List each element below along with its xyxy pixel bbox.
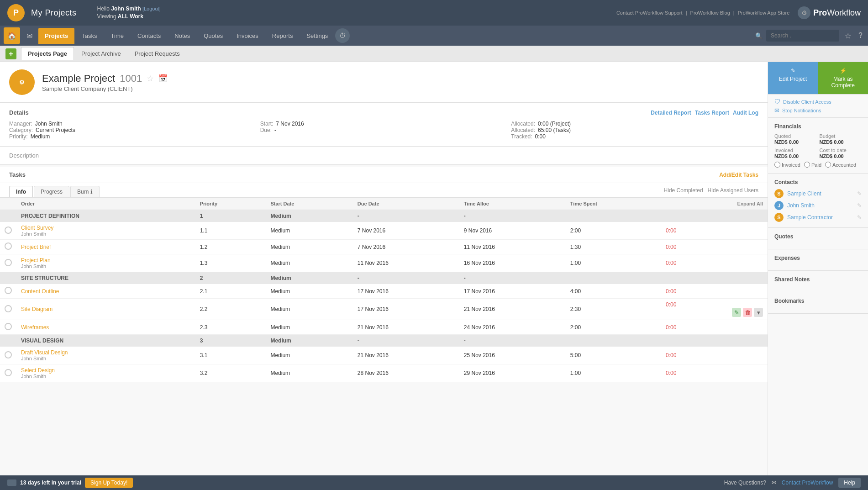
- project-title: Example Project 1001 ☆ 📅: [42, 73, 758, 84]
- fin-cost: Cost to date NZD$ 0.00: [820, 148, 862, 159]
- task-due: 9 Nov 2016: [459, 222, 566, 240]
- task-name-link[interactable]: Wireframes: [21, 324, 49, 331]
- tasks-report-link[interactable]: Tasks Report: [695, 110, 729, 116]
- contact-name-sample-client[interactable]: Sample Client: [787, 190, 853, 197]
- task-circle[interactable]: [5, 351, 12, 358]
- nav-item-reports[interactable]: Reports: [266, 28, 300, 44]
- favorites-icon[interactable]: ☆: [843, 30, 853, 42]
- blog-link[interactable]: ProWorkflow Blog: [690, 10, 730, 16]
- audit-log-link[interactable]: Audit Log: [733, 110, 758, 116]
- task-circle[interactable]: [5, 323, 12, 330]
- hide-completed-link[interactable]: Hide Completed: [664, 187, 703, 194]
- nav-right: 🔍 ☆ ?: [755, 30, 864, 42]
- group-name: VISUAL DESIGN: [16, 335, 195, 347]
- col-expand[interactable]: Expand All: [661, 198, 768, 210]
- mark-complete-button[interactable]: ⚡ Mark as Complete: [818, 62, 868, 94]
- task-circle[interactable]: [5, 305, 12, 312]
- project-header: ⚙ Example Project 1001 ☆ 📅 Sample Client…: [0, 62, 768, 103]
- contact-item-john: J John Smith ✎: [774, 201, 862, 210]
- help-button[interactable]: Help: [838, 478, 861, 488]
- nav-item-contacts[interactable]: Contacts: [131, 28, 167, 44]
- task-circle[interactable]: [5, 242, 12, 250]
- nav-item-time[interactable]: Time: [105, 28, 130, 44]
- fin-radio-paid[interactable]: Paid: [804, 162, 821, 168]
- task-name-link[interactable]: Client Survey: [21, 225, 53, 231]
- group-start: -: [353, 210, 459, 222]
- sub-nav-project-requests[interactable]: Project Requests: [128, 47, 186, 60]
- tab-burn[interactable]: Burn ℹ: [70, 186, 100, 197]
- contact-edit-sample-client[interactable]: ✎: [857, 190, 862, 197]
- nav-item-settings[interactable]: Settings: [300, 28, 334, 44]
- bookmarks-section: Bookmarks: [768, 292, 868, 314]
- project-logo-icon: ⚙: [9, 69, 35, 95]
- signup-button[interactable]: Sign Up Today!: [85, 478, 133, 488]
- calendar-icon[interactable]: 📅: [158, 74, 168, 83]
- header-right: Contact ProWorkflow Support | ProWorkflo…: [615, 6, 861, 19]
- task-circle[interactable]: [5, 287, 12, 294]
- task-name-link[interactable]: Draft Visual Design: [21, 349, 68, 356]
- task-circle[interactable]: [5, 369, 12, 376]
- tasks-title: Tasks: [9, 171, 26, 178]
- task-name-link[interactable]: Select Design: [21, 367, 55, 374]
- contact-name-sample-contractor[interactable]: Sample Contractor: [787, 214, 853, 221]
- task-name-link[interactable]: Project Plan: [21, 257, 51, 263]
- task-due: 11 Nov 2016: [459, 240, 566, 254]
- sub-nav-projects-page[interactable]: Projects Page: [21, 47, 74, 60]
- task-name-link[interactable]: Project Brief: [21, 244, 51, 250]
- task-start: 7 Nov 2016: [353, 240, 459, 254]
- task-alloc: 1:00: [566, 364, 661, 382]
- stop-notifications-link[interactable]: ✉ Stop Notifications: [774, 107, 862, 114]
- detail-manager: Manager: John Smith: [9, 121, 257, 127]
- email-nav-item[interactable]: ✉: [21, 27, 37, 44]
- shared-notes-title: Shared Notes: [774, 276, 862, 283]
- hide-assigned-users-link[interactable]: Hide Assigned Users: [708, 187, 758, 194]
- task-circle[interactable]: [5, 227, 12, 234]
- nav-item-notes[interactable]: Notes: [168, 28, 196, 44]
- bottom-bar-left: 13 days left in your trial Sign Up Today…: [7, 478, 133, 488]
- contact-edit-sample-contractor[interactable]: ✎: [857, 214, 862, 221]
- fin-radio-row: Invoiced Paid Accounted: [774, 162, 862, 168]
- financials-section: Financials Quoted NZD$ 0.00 Budget NZD$ …: [768, 118, 868, 174]
- project-title-area: Example Project 1001 ☆ 📅 Sample Client C…: [42, 73, 758, 92]
- nav-item-tasks[interactable]: Tasks: [75, 28, 103, 44]
- contact-proworkflow-link[interactable]: Contact ProWorkflow: [782, 479, 833, 486]
- logout-link[interactable]: [Logout]: [142, 6, 161, 11]
- task-delete-icon[interactable]: 🗑: [743, 308, 752, 317]
- contacts-list: S Sample Client ✎ J John Smith ✎ S Sampl…: [774, 189, 862, 222]
- tasks-section: Tasks Add/Edit Tasks Info Progress Burn …: [0, 167, 768, 382]
- logo-text: ⚙: [19, 79, 25, 86]
- contact-name-john-smith[interactable]: John Smith: [787, 202, 853, 209]
- task-more-icon[interactable]: ▾: [754, 308, 763, 317]
- task-order: 3.1: [195, 347, 266, 364]
- task-circle[interactable]: [5, 259, 12, 266]
- nav-item-invoices[interactable]: Invoices: [230, 28, 265, 44]
- add-project-button[interactable]: +: [5, 48, 16, 59]
- tab-progress[interactable]: Progress: [34, 186, 69, 197]
- group-priority: Medium: [266, 272, 352, 285]
- task-edit-icon[interactable]: ✎: [732, 308, 741, 317]
- disable-client-access-link[interactable]: 🛡 Disable Client Access: [774, 98, 862, 105]
- add-edit-tasks-link[interactable]: Add/Edit Tasks: [719, 172, 758, 178]
- detailed-report-link[interactable]: Detailed Report: [651, 110, 691, 116]
- sub-nav-project-archive[interactable]: Project Archive: [75, 47, 127, 60]
- support-link[interactable]: Contact ProWorkflow Support: [616, 10, 683, 16]
- edit-project-button[interactable]: ✎ Edit Project: [768, 62, 818, 94]
- task-spent: 0:00: [661, 364, 768, 382]
- tab-info[interactable]: Info: [9, 186, 33, 197]
- fin-radio-accounted[interactable]: Accounted: [825, 162, 856, 168]
- home-nav-item[interactable]: 🏠: [4, 27, 20, 44]
- contact-edit-john-smith[interactable]: ✎: [857, 202, 862, 209]
- task-name-link[interactable]: Content Outline: [21, 288, 59, 295]
- search-input[interactable]: [766, 30, 839, 42]
- nav-item-projects[interactable]: Projects: [38, 28, 74, 44]
- help-icon[interactable]: ?: [857, 30, 864, 42]
- nav-item-quotes[interactable]: Quotes: [197, 28, 229, 44]
- star-icon[interactable]: ☆: [147, 74, 154, 84]
- timer-button[interactable]: ⏱: [335, 28, 350, 43]
- task-priority: Medium: [266, 254, 352, 272]
- contact-avatar-sample-contractor: S: [774, 213, 784, 222]
- task-name-link[interactable]: Site Diagram: [21, 306, 53, 312]
- fin-radio-invoiced[interactable]: Invoiced: [774, 162, 800, 168]
- app-store-link[interactable]: ProWorkflow App Store: [738, 10, 790, 16]
- greeting-line: Hello John Smith [Logout]: [97, 5, 161, 13]
